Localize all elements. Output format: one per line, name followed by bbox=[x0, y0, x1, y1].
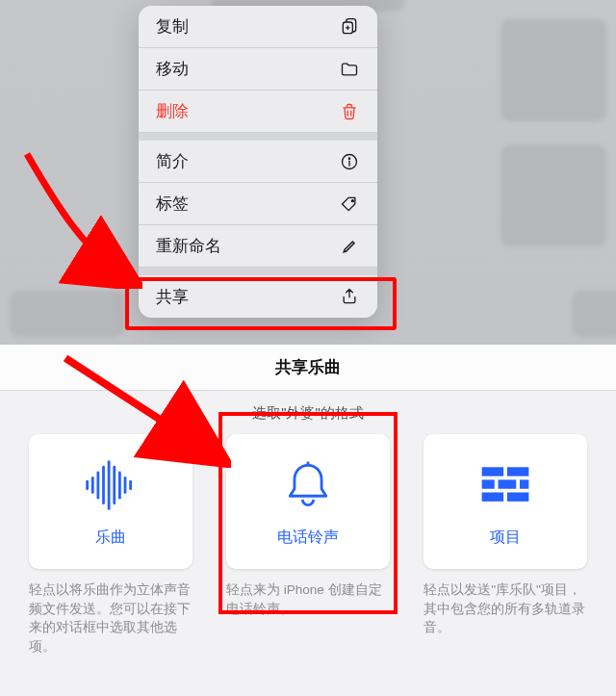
menu-item-info[interactable]: 简介 bbox=[139, 141, 377, 183]
card-song-desc: 轻点以将乐曲作为立体声音频文件发送。您可以在接下来的对话框中选取其他选项。 bbox=[29, 580, 192, 656]
tag-icon bbox=[339, 193, 360, 215]
card-project-label: 项目 bbox=[490, 528, 521, 548]
bricks-icon bbox=[476, 456, 534, 514]
svg-rect-18 bbox=[520, 479, 528, 488]
info-icon bbox=[339, 151, 360, 172]
bell-icon bbox=[279, 456, 337, 514]
copy-plus-icon bbox=[339, 16, 360, 38]
folder-icon bbox=[339, 59, 360, 80]
menu-item-move[interactable]: 移动 bbox=[139, 48, 377, 90]
menu-item-rename[interactable]: 重新命名 bbox=[139, 225, 377, 268]
svg-rect-17 bbox=[499, 479, 517, 488]
pencil-icon bbox=[339, 236, 360, 257]
trash-icon bbox=[339, 101, 360, 122]
menu-item-tags[interactable]: 标签 bbox=[139, 183, 377, 225]
card-project: 项目 轻点以发送"库乐队"项目，其中包含您的所有多轨道录音。 bbox=[416, 434, 595, 656]
svg-rect-20 bbox=[507, 492, 529, 501]
card-ringtone-tile[interactable]: 电话铃声 bbox=[226, 434, 390, 569]
menu-item-delete[interactable]: 删除 bbox=[139, 90, 377, 133]
background-blur bbox=[10, 291, 125, 337]
screenshot-top-region: 复制 移动 删除 bbox=[0, 0, 616, 345]
background-blur bbox=[500, 144, 606, 246]
card-song-tile[interactable]: 乐曲 bbox=[29, 434, 192, 569]
menu-item-label: 简介 bbox=[156, 150, 189, 172]
share-format-cards: 乐曲 轻点以将乐曲作为立体声音频文件发送。您可以在接下来的对话框中选取其他选项。… bbox=[0, 434, 616, 656]
context-menu: 复制 移动 删除 bbox=[139, 6, 377, 318]
card-song: 乐曲 轻点以将乐曲作为立体声音频文件发送。您可以在接下来的对话框中选取其他选项。 bbox=[21, 434, 200, 656]
sheet-subtitle: 选取"外婆"的格式 bbox=[0, 391, 616, 434]
menu-item-label: 复制 bbox=[156, 15, 189, 38]
card-ringtone-desc: 轻点来为 iPhone 创建自定电话铃声。 bbox=[226, 580, 390, 618]
share-icon bbox=[339, 286, 360, 307]
svg-rect-15 bbox=[507, 467, 529, 476]
sheet-title: 共享乐曲 bbox=[0, 345, 616, 391]
background-blur bbox=[500, 19, 606, 121]
card-project-tile[interactable]: 项目 bbox=[424, 434, 587, 569]
menu-item-label: 标签 bbox=[156, 193, 189, 215]
share-sheet: 共享乐曲 选取"外婆"的格式 bbox=[0, 345, 616, 696]
svg-rect-19 bbox=[482, 492, 504, 501]
card-ringtone: 电话铃声 轻点来为 iPhone 创建自定电话铃声。 bbox=[218, 434, 398, 656]
background-blur bbox=[572, 291, 616, 337]
svg-point-2 bbox=[348, 158, 349, 159]
menu-separator bbox=[139, 133, 377, 141]
menu-item-copy[interactable]: 复制 bbox=[139, 6, 377, 48]
card-project-desc: 轻点以发送"库乐队"项目，其中包含您的所有多轨道录音。 bbox=[424, 580, 587, 637]
waveform-icon bbox=[82, 456, 140, 514]
menu-item-label: 共享 bbox=[156, 286, 189, 308]
card-ringtone-label: 电话铃声 bbox=[277, 528, 339, 548]
card-song-label: 乐曲 bbox=[95, 528, 126, 548]
svg-point-3 bbox=[351, 199, 353, 201]
annotation-arrow-share bbox=[17, 146, 142, 289]
menu-item-share[interactable]: 共享 bbox=[139, 275, 377, 318]
svg-rect-14 bbox=[482, 467, 504, 476]
menu-item-label: 重新命名 bbox=[156, 235, 221, 257]
menu-item-label: 移动 bbox=[156, 58, 189, 80]
menu-item-label: 删除 bbox=[156, 100, 189, 122]
menu-separator bbox=[139, 268, 377, 275]
svg-rect-16 bbox=[482, 479, 495, 488]
